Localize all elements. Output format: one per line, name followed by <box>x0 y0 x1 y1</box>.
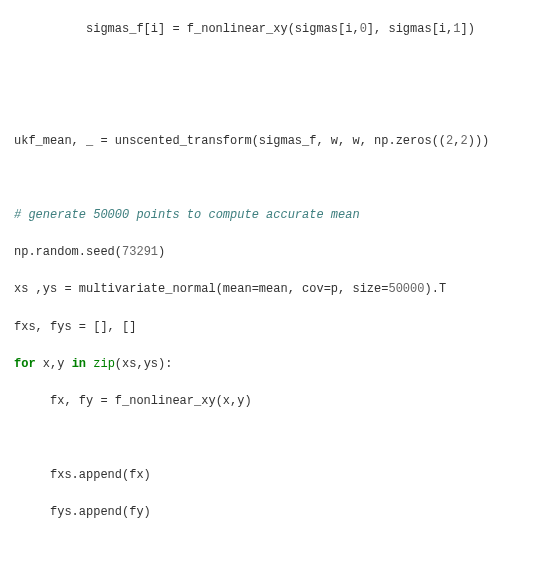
code-text: sigmas_f[i] = f_nonlinear_xy(sigmas[i, <box>86 22 360 36</box>
code-comment: # generate 50000 points to compute accur… <box>14 208 360 222</box>
code-block: sigmas_f[i] = f_nonlinear_xy(sigmas[i,0]… <box>14 20 540 581</box>
